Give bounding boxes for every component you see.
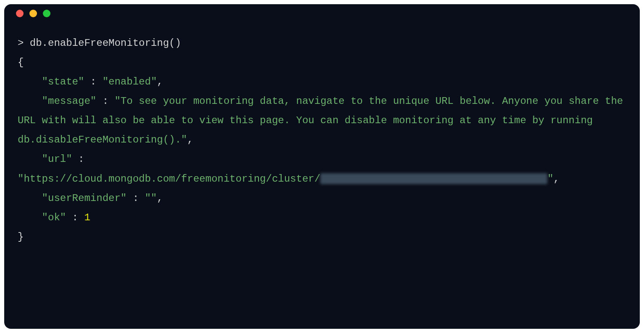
close-brace-line: } <box>18 227 626 247</box>
terminal-window: > db.enableFreeMonitoring(){ "state" : "… <box>4 4 640 329</box>
url-line: "url" : "https://cloud.mongodb.com/freem… <box>18 150 626 188</box>
command-text: db.enableFreeMonitoring() <box>30 37 181 49</box>
terminal-body[interactable]: > db.enableFreeMonitoring(){ "state" : "… <box>4 23 640 258</box>
userReminder-line: "userReminder" : "", <box>18 189 626 208</box>
minimize-button[interactable] <box>29 10 37 17</box>
ok-line: "ok" : 1 <box>18 208 626 227</box>
state-line: "state" : "enabled", <box>18 72 626 92</box>
command-line: > db.enableFreeMonitoring() <box>18 34 626 53</box>
message-line: "message" : "To see your monitoring data… <box>18 92 626 150</box>
redacted-token <box>320 173 547 184</box>
close-button[interactable] <box>16 10 24 17</box>
prompt-symbol: > <box>18 37 24 49</box>
title-bar <box>4 4 640 23</box>
open-brace-line: { <box>18 53 626 72</box>
maximize-button[interactable] <box>43 10 50 17</box>
